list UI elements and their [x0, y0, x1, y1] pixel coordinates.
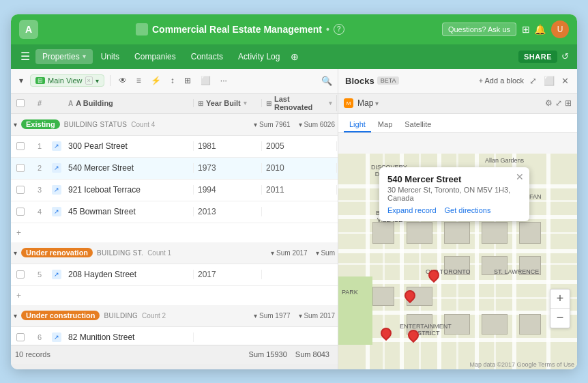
map-pin-1[interactable] — [427, 270, 441, 287]
popup-expand-link[interactable]: Expand record — [387, 206, 437, 214]
sort-btn[interactable]: ↕ — [168, 74, 177, 87]
map-block: M Map ▾ ⚙ ⤢ ⊞ Light Map Sat — [338, 94, 577, 369]
row-checkbox-2[interactable] — [11, 164, 30, 172]
view-selector[interactable]: ⊞ Main View × ▾ — [30, 74, 104, 87]
map-expand-icon[interactable]: ⤢ — [555, 98, 562, 108]
map-tab-light[interactable]: Light — [344, 117, 371, 132]
row-checkbox-5[interactable] — [11, 270, 30, 279]
group-badge-construction: Under construction — [21, 311, 100, 320]
add-block-button[interactable]: + Add a block — [479, 76, 524, 85]
row-checkbox-3[interactable] — [11, 186, 30, 194]
popup-title: 540 Mercer Street — [387, 174, 521, 184]
filter-toggle[interactable]: ▾ — [16, 74, 26, 87]
table-row[interactable]: 3 ↗ 921 Iceboat Terrace 1994 2011 Office — [11, 180, 338, 201]
table-row[interactable]: 5 ↗ 208 Hayden Street 2017 Retail + Offi… — [11, 264, 338, 286]
ask-us-button[interactable]: Questions? Ask us — [442, 23, 516, 36]
row-height-btn[interactable]: ⊞ — [181, 74, 194, 87]
map-block-indicator: M — [344, 98, 353, 108]
col-header-renovated[interactable]: ⊞ Last Renovated ▾ — [262, 95, 337, 111]
select-all-checkbox[interactable] — [16, 99, 25, 107]
popout-blocks-icon[interactable]: ⬜ — [542, 74, 556, 87]
map-grid-icon[interactable]: ⊞ — [565, 98, 572, 108]
nav-tab-properties[interactable]: Properties ▾ — [35, 49, 93, 64]
beta-badge: BETA — [377, 76, 400, 85]
help-icon[interactable]: ? — [334, 24, 344, 35]
zoom-out-button[interactable]: − — [550, 309, 570, 328]
map-tab-satellite[interactable]: Satellite — [399, 117, 437, 132]
row-checkbox-6[interactable] — [11, 333, 30, 341]
close-blocks-icon[interactable]: ✕ — [560, 74, 570, 87]
col-checkbox[interactable] — [11, 99, 30, 107]
nav-tab-companies[interactable]: Companies — [128, 49, 183, 64]
search-button[interactable]: 🔍 — [321, 76, 332, 86]
map-area[interactable]: Allan Gardens DISCOVERYDISTRICT GARDEN D… — [338, 154, 577, 369]
row-type-2: Retail — [337, 163, 338, 173]
row-year-4: 2013 — [194, 207, 262, 216]
history-icon[interactable]: ↺ — [559, 50, 572, 63]
col-header-year[interactable]: ⊞ Year Built ▾ — [194, 99, 262, 107]
row-expand-1[interactable]: ↗ — [49, 141, 64, 151]
popup-close-button[interactable]: ✕ — [516, 171, 524, 182]
map-tab-map[interactable]: Map — [372, 117, 398, 132]
group-count-construction: Count 2 — [142, 312, 166, 320]
group-toggle-construction[interactable]: ▾ — [14, 312, 17, 320]
row-expand-6[interactable]: ↗ — [49, 332, 64, 342]
horizontal-scrollbar[interactable] — [11, 364, 338, 369]
group-agg2-existing: ▾ Sum 6026 — [299, 121, 335, 128]
table-row[interactable]: 1 ↗ 300 Pearl Street 1981 2005 Office — [11, 136, 338, 158]
map-pin-4[interactable] — [407, 330, 420, 347]
table-row[interactable]: 4 ↗ 45 Bowman Street 2013 Retail — [11, 201, 338, 223]
building-block-4 — [407, 222, 432, 244]
table-row[interactable]: 6 ↗ 82 Munition Street — [11, 327, 338, 345]
group-toggle-existing[interactable]: ▾ — [14, 121, 17, 128]
zoom-in-button[interactable]: + — [550, 289, 570, 309]
nav-tab-contacts[interactable]: Contacts — [184, 49, 230, 64]
group-toggle-renovation[interactable]: ▾ — [14, 249, 17, 257]
expand-blocks-icon[interactable]: ⤢ — [528, 74, 538, 87]
col-header-name[interactable]: A A Building — [64, 99, 194, 107]
app-logo[interactable]: A — [19, 20, 38, 39]
more-btn[interactable]: ··· — [218, 74, 230, 87]
share-view-btn[interactable]: ⬜ — [198, 74, 214, 87]
row-name-4: 45 Bowman Street — [64, 207, 194, 216]
map-settings-icon[interactable]: ⚙ — [545, 98, 553, 108]
share-button[interactable]: SHARE — [518, 51, 557, 63]
row-expand-3[interactable]: ↗ — [49, 185, 64, 195]
year-icon: ⊞ — [198, 100, 203, 107]
row-checkbox-1[interactable] — [11, 142, 30, 150]
map-popup: ✕ 540 Mercer Street 30 Mercer St, Toront… — [379, 167, 529, 221]
popup-directions-link[interactable]: Get directions — [445, 206, 491, 214]
add-tab-icon[interactable]: ⊕ — [288, 50, 302, 63]
building-block-12 — [372, 287, 394, 306]
map-pin-2[interactable] — [403, 290, 417, 308]
row-num-6: 6 — [30, 333, 49, 341]
hamburger-button[interactable]: ☰ — [16, 47, 34, 66]
group-count-renovation: Count 1 — [147, 249, 171, 257]
grid-icon[interactable]: ⊞ — [522, 24, 530, 35]
nav-tab-activity-log[interactable]: Activity Log — [231, 49, 286, 64]
row-renovated-2: 2010 — [262, 163, 337, 173]
map-pin-3[interactable] — [379, 328, 393, 345]
row-checkbox-4[interactable] — [11, 208, 30, 216]
map-pin-head-4 — [406, 327, 422, 343]
row-expand-5[interactable]: ↗ — [49, 270, 64, 279]
row-year-2: 1973 — [194, 163, 262, 173]
group-badge-existing: Existing — [21, 119, 60, 129]
row-expand-4[interactable]: ↗ — [49, 207, 64, 216]
add-row-existing[interactable]: + — [11, 223, 338, 242]
group-agg1-renovation: ▾ Sum 2017 — [271, 249, 307, 257]
row-expand-2[interactable]: ↗ — [49, 163, 64, 173]
add-row-renovation[interactable]: + — [11, 286, 338, 305]
hide-fields-btn[interactable]: 👁 — [116, 74, 130, 87]
bell-icon[interactable]: 🔔 — [534, 24, 546, 35]
top-bar-right: Questions? Ask us ⊞ 🔔 U — [442, 20, 569, 38]
app-type-icon — [136, 23, 148, 36]
group-btn[interactable]: ⚡ — [148, 74, 164, 87]
map-tabs: Light Map Satellite — [338, 114, 577, 133]
avatar[interactable]: U — [551, 20, 569, 38]
map-pin-head-3 — [379, 325, 394, 341]
group-agg2-renovation: ▾ Sum — [316, 249, 335, 257]
filter-btn[interactable]: ≡ — [134, 74, 144, 87]
nav-tab-units[interactable]: Units — [94, 49, 126, 64]
table-row[interactable]: 2 ↗ 540 Mercer Street 1973 2010 Retail — [11, 158, 338, 180]
